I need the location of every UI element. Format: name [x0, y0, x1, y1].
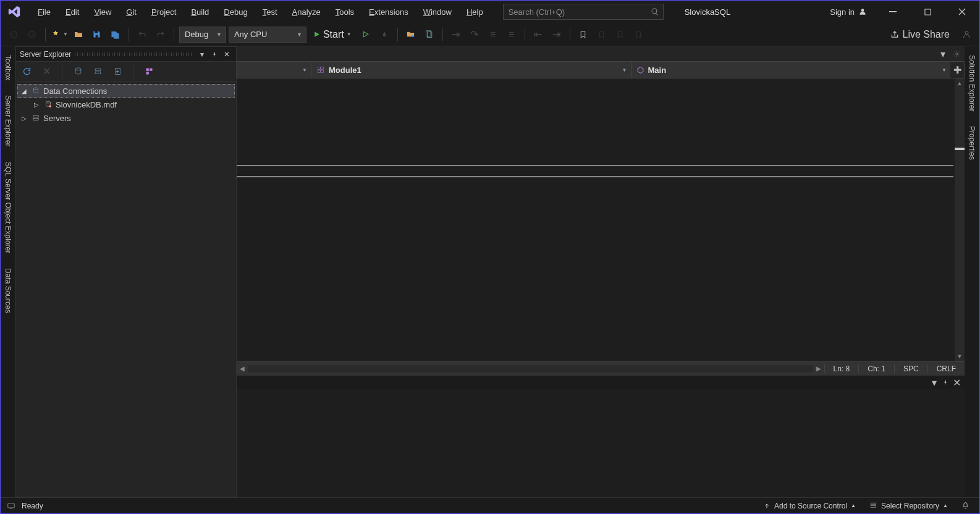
config-select[interactable]: Debug▼ [179, 27, 226, 43]
tabwell-settings-button[interactable] [951, 48, 962, 59]
panel-menu-button[interactable]: ▾ [196, 49, 208, 60]
step-into-button[interactable]: ⇥ [448, 27, 464, 43]
tabwell-menu-button[interactable]: ▾ [937, 48, 948, 59]
svg-point-20 [955, 53, 957, 54]
status-ch[interactable]: Ch: 1 [858, 364, 894, 373]
nav-back-button[interactable] [6, 27, 22, 43]
menu-project[interactable]: Project [145, 5, 182, 19]
menu-analyze[interactable]: Analyze [286, 5, 327, 19]
uncomment-button[interactable]: ≡ [504, 27, 520, 43]
nav-add-button[interactable]: ✚ [950, 62, 964, 78]
panel-title-bar[interactable]: Server Explorer ▾ ✕ [16, 47, 236, 62]
menu-git[interactable]: Git [120, 5, 143, 19]
refresh-button[interactable] [20, 65, 33, 78]
add-source-control-button[interactable]: Add to Source Control ▲ [759, 502, 860, 510]
platform-select[interactable]: Any CPU▼ [229, 27, 306, 43]
add-connection-button[interactable] [111, 65, 124, 78]
output-pin-button[interactable] [940, 377, 951, 388]
menu-test[interactable]: Test [256, 5, 284, 19]
indent-button[interactable]: ⇤ [530, 27, 546, 43]
azure-button[interactable] [142, 65, 156, 78]
svg-rect-23 [318, 70, 320, 73]
bookmark-next-button[interactable] [612, 27, 628, 43]
save-button[interactable] [89, 27, 105, 43]
panel-close-button[interactable]: ✕ [221, 49, 232, 60]
expand-icon[interactable]: ◢ [20, 88, 28, 95]
nav-fwd-button[interactable] [24, 27, 40, 43]
tree-node-slovnicekdb[interactable]: ▷ SlovnicekDB.mdf [17, 98, 235, 111]
code-editor[interactable]: ▲ ▼ [237, 78, 965, 361]
server-explorer-tree: ◢ Data Connections ▷ SlovnicekDB.mdf ▷ S… [16, 82, 236, 497]
repo-icon [869, 502, 877, 510]
menu-extensions[interactable]: Extensions [363, 5, 415, 19]
step-over-button[interactable]: ↷ [467, 27, 483, 43]
horizontal-scrollbar[interactable]: ◀▶ [237, 365, 824, 373]
panel-pin-button[interactable] [209, 49, 220, 60]
svg-point-3 [29, 31, 36, 38]
status-ln[interactable]: Ln: 8 [824, 364, 859, 373]
undo-button[interactable] [134, 27, 150, 43]
notifications-button[interactable] [958, 502, 973, 510]
bookmark-prev-button[interactable] [594, 27, 610, 43]
connect-db-button[interactable] [71, 65, 85, 78]
tree-node-data-connections[interactable]: ◢ Data Connections [17, 84, 235, 98]
solution-name: SlovickaSQL [685, 7, 730, 17]
left-tab-server-explorer[interactable]: Server Explorer [2, 91, 14, 150]
output-close-button[interactable]: ✕ [951, 377, 962, 388]
new-item-button[interactable]: ▼ [51, 30, 68, 40]
feedback-button[interactable] [958, 27, 974, 43]
start-no-debug-button[interactable] [358, 27, 374, 43]
left-tab-data-sources[interactable]: Data Sources [2, 264, 14, 317]
person-icon [858, 7, 867, 16]
outdent-button[interactable]: ⇥ [549, 27, 565, 43]
left-tab-sqlsoe[interactable]: SQL Server Object Explorer [2, 158, 14, 257]
connect-server-button[interactable] [91, 65, 104, 78]
nav-scope-dropdown[interactable]: ▼ [237, 62, 311, 78]
right-tab-solution-explorer[interactable]: Solution Explorer [966, 51, 978, 115]
svg-rect-5 [426, 31, 431, 36]
nav-module-dropdown[interactable]: Module1▼ [311, 62, 632, 78]
select-repo-button[interactable]: Select Repository ▲ [866, 502, 952, 510]
find-in-files-button[interactable] [421, 27, 437, 43]
left-tab-toolbox[interactable]: Toolbox [2, 51, 14, 84]
minimize-button[interactable] [881, 3, 905, 20]
svg-rect-18 [33, 116, 38, 117]
bookmark-button[interactable] [575, 27, 591, 43]
open-file-button[interactable] [70, 27, 87, 43]
menu-file[interactable]: File [32, 5, 57, 19]
menu-build[interactable]: Build [185, 5, 215, 19]
status-ws[interactable]: SPC [894, 364, 927, 373]
output-panel: ▾ ✕ [237, 375, 965, 497]
menu-tools[interactable]: Tools [329, 5, 360, 19]
menu-view[interactable]: View [88, 5, 117, 19]
bookmark-clear-button[interactable] [631, 27, 647, 43]
menu-debug[interactable]: Debug [218, 5, 253, 19]
menu-help[interactable]: Help [460, 5, 489, 19]
maximize-button[interactable] [915, 3, 940, 20]
stop-refresh-button[interactable]: ✕ [40, 65, 53, 78]
save-all-button[interactable] [108, 27, 124, 43]
expand-icon[interactable]: ▷ [32, 101, 41, 108]
tree-node-servers[interactable]: ▷ Servers [17, 111, 235, 125]
hot-reload-button[interactable] [376, 27, 392, 43]
nav-member-dropdown[interactable]: Main▼ [632, 62, 951, 78]
svg-rect-27 [871, 506, 876, 508]
signin-button[interactable]: Sign in [826, 5, 871, 19]
vertical-scrollbar[interactable]: ▲ ▼ [955, 78, 965, 361]
output-body[interactable] [237, 389, 965, 497]
search-box[interactable]: Search (Ctrl+Q) [503, 4, 664, 20]
redo-button[interactable] [153, 27, 169, 43]
svg-rect-26 [871, 503, 876, 505]
menu-window[interactable]: Window [417, 5, 458, 19]
svg-rect-9 [95, 69, 101, 70]
output-menu-button[interactable]: ▾ [929, 377, 940, 388]
browse-button[interactable] [403, 27, 419, 43]
live-share-button[interactable]: Live Share [887, 29, 954, 40]
close-button[interactable] [950, 3, 974, 20]
status-le[interactable]: CRLF [927, 364, 965, 373]
right-tab-properties[interactable]: Properties [966, 122, 978, 164]
expand-icon[interactable]: ▷ [20, 115, 28, 122]
menu-edit[interactable]: Edit [59, 5, 85, 19]
comment-button[interactable]: ≡ [485, 27, 501, 43]
start-button[interactable]: Start ▼ [309, 27, 355, 43]
